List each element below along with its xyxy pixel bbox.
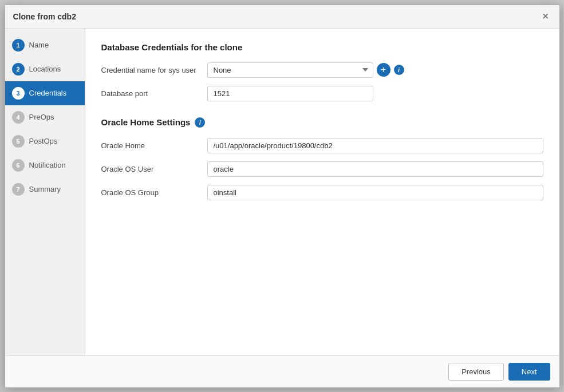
oracle-os-group-label: Oracle OS Group (101, 188, 207, 197)
oracle-home-label: Oracle Home (101, 141, 207, 150)
sidebar-item-name[interactable]: 1 Name (5, 33, 85, 57)
credentials-section-title: Database Credentials for the clone (101, 42, 543, 52)
sidebar-label-preops: PreOps (29, 113, 54, 121)
close-button[interactable]: ✕ (540, 11, 551, 22)
database-port-row: Database port (101, 86, 543, 101)
sidebar-item-postops[interactable]: 5 PostOps (5, 129, 85, 153)
database-port-label: Database port (101, 89, 207, 98)
dialog-footer: Previous Next (5, 355, 559, 387)
oracle-os-user-input[interactable] (207, 161, 543, 177)
sidebar-item-locations[interactable]: 2 Locations (5, 57, 85, 81)
main-content: Database Credentials for the clone Crede… (85, 29, 559, 355)
dialog-title: Clone from cdb2 (13, 12, 76, 21)
dialog-title-bar: Clone from cdb2 ✕ (5, 5, 559, 29)
sidebar: 1 Name 2 Locations 3 Credentials 4 PreOp… (5, 29, 85, 355)
step-circle-1: 1 (12, 39, 25, 52)
step-circle-3: 3 (12, 87, 25, 100)
step-circle-6: 6 (12, 159, 25, 172)
sidebar-item-preops[interactable]: 4 PreOps (5, 105, 85, 129)
step-circle-7: 7 (12, 183, 25, 196)
credential-name-label: Credential name for sys user (101, 66, 207, 74)
step-circle-2: 2 (12, 63, 25, 76)
oracle-os-group-row: Oracle OS Group (101, 185, 543, 200)
oracle-home-input[interactable] (207, 138, 543, 153)
sidebar-label-notification: Notification (29, 161, 66, 169)
next-button[interactable]: Next (508, 363, 550, 381)
sidebar-label-credentials: Credentials (29, 89, 67, 97)
oracle-home-row: Oracle Home (101, 138, 543, 153)
oracle-section: Oracle Home Settings i Oracle Home Oracl… (101, 117, 543, 200)
credential-name-select[interactable]: None (207, 62, 373, 78)
sidebar-item-summary[interactable]: 7 Summary (5, 177, 85, 201)
previous-button[interactable]: Previous (448, 363, 504, 381)
step-circle-5: 5 (12, 135, 25, 148)
oracle-section-title-row: Oracle Home Settings i (101, 117, 543, 128)
clone-dialog: Clone from cdb2 ✕ 1 Name 2 Locations 3 C… (5, 5, 560, 388)
oracle-os-user-label: Oracle OS User (101, 165, 207, 173)
sidebar-item-notification[interactable]: 6 Notification (5, 153, 85, 177)
credential-info-icon[interactable]: i (394, 65, 404, 75)
oracle-section-title: Oracle Home Settings (101, 117, 191, 127)
sidebar-label-name: Name (29, 41, 49, 49)
dialog-body: 1 Name 2 Locations 3 Credentials 4 PreOp… (5, 29, 559, 355)
sidebar-item-credentials[interactable]: 3 Credentials (5, 81, 85, 105)
database-port-input[interactable] (207, 86, 373, 101)
credential-name-row: Credential name for sys user None + i (101, 62, 543, 78)
step-circle-4: 4 (12, 111, 25, 124)
oracle-info-icon[interactable]: i (195, 117, 205, 128)
add-credential-button[interactable]: + (377, 63, 391, 77)
sidebar-label-summary: Summary (29, 185, 61, 193)
credential-name-controls: None + i (207, 62, 404, 78)
sidebar-label-postops: PostOps (29, 137, 58, 145)
oracle-os-group-input[interactable] (207, 185, 543, 200)
oracle-os-user-row: Oracle OS User (101, 161, 543, 177)
sidebar-label-locations: Locations (29, 65, 61, 73)
